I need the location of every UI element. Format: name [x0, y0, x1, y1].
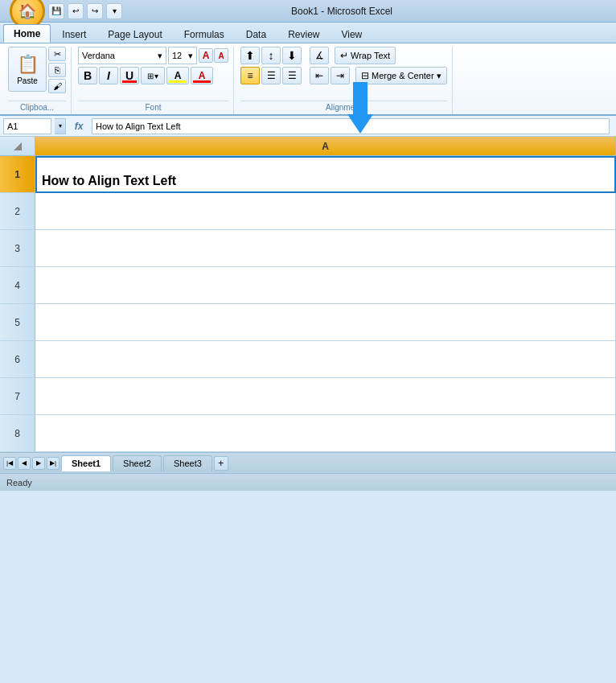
font-group: Verdana ▾ 12 ▾ A A B I U — [73, 47, 234, 114]
tab-review[interactable]: Review — [277, 25, 330, 43]
table-row: 3 — [0, 230, 616, 267]
tab-page-layout[interactable]: Page Layout — [97, 25, 172, 43]
bold-button[interactable]: B — [78, 67, 97, 84]
font-color-button[interactable]: A — [191, 67, 213, 84]
ribbon-tabs: Home Insert Page Layout Formulas Data Re… — [0, 23, 616, 43]
cell-A1[interactable]: How to Align Text Left — [35, 156, 616, 193]
sheet-nav-prev[interactable]: ◀ — [18, 457, 31, 470]
font-size-value: 12 — [172, 51, 182, 60]
italic-button[interactable]: I — [99, 67, 118, 84]
angle-text-button[interactable]: ∡ — [310, 47, 329, 64]
tab-formulas[interactable]: Formulas — [174, 25, 235, 43]
alignment-group: ⬆ ↕ ⬇ ∡ ↵ Wrap Text ≡ ☰ ☰ ⇤ ⇥ — [236, 47, 453, 114]
alignment-row1: ⬆ ↕ ⬇ ∡ ↵ Wrap Text — [240, 47, 396, 64]
row-header-4[interactable]: 4 — [0, 267, 35, 304]
sheet-nav-last[interactable]: ▶| — [47, 457, 60, 470]
underline-color-bar — [122, 80, 137, 83]
align-right-button[interactable]: ☰ — [282, 67, 302, 84]
paste-label: Paste — [17, 76, 38, 85]
format-painter-button[interactable]: 🖌 — [48, 79, 66, 93]
clipboard-group-label: Clipboa... — [8, 101, 66, 114]
align-bottom-button[interactable]: ⬇ — [282, 47, 302, 64]
borders-icon: ⊞ — [147, 72, 154, 80]
cell-A5[interactable] — [35, 304, 616, 341]
undo-button[interactable]: ↩ — [68, 3, 84, 19]
font-group-label: Font — [78, 101, 228, 114]
table-row: 2 — [0, 193, 616, 230]
status-bar: Ready — [0, 473, 616, 491]
corner-cell[interactable] — [0, 137, 35, 156]
table-row: 1 How to Align Text Left — [0, 156, 616, 193]
cell-reference-dropdown[interactable]: ▾ — [55, 118, 66, 134]
sheet-tab-3[interactable]: Sheet3 — [163, 455, 212, 471]
align-top-button[interactable]: ⬆ — [240, 47, 260, 64]
align-center-button[interactable]: ☰ — [261, 67, 281, 84]
font-name-selector[interactable]: Verdana ▾ — [78, 47, 166, 64]
formula-input[interactable]: How to Align Text Left — [92, 118, 610, 134]
row-header-1[interactable]: 1 — [0, 156, 35, 193]
quick-access-toolbar: 💾 ↩ ↪ ▾ — [48, 3, 122, 19]
row-header-2[interactable]: 2 — [0, 193, 35, 230]
cell-A7[interactable] — [35, 378, 616, 415]
borders-button[interactable]: ⊞▾ — [141, 67, 165, 84]
cell-A3[interactable] — [35, 230, 616, 267]
merge-icon: ⊟ — [361, 70, 369, 81]
paste-button[interactable]: 📋 Paste — [8, 47, 47, 92]
tab-data[interactable]: Data — [236, 25, 277, 43]
sheet-tab-1[interactable]: Sheet1 — [61, 455, 111, 471]
row-header-6[interactable]: 6 — [0, 341, 35, 378]
cell-A8[interactable] — [35, 415, 616, 452]
clipboard-small-buttons: ✂ ⎘ 🖌 — [48, 47, 66, 93]
col-header-A[interactable]: A — [35, 137, 616, 156]
font-row1: Verdana ▾ 12 ▾ A A — [78, 47, 228, 64]
font-size-dropdown-icon: ▾ — [188, 51, 193, 61]
font-name-dropdown-icon: ▾ — [158, 51, 162, 61]
sheet-nav-first[interactable]: |◀ — [3, 457, 16, 470]
font-size-decrease-button[interactable]: A — [214, 48, 228, 63]
wrap-text-icon: ↵ — [340, 50, 348, 61]
row-header-3[interactable]: 3 — [0, 230, 35, 267]
cell-A2[interactable] — [35, 193, 616, 230]
redo-button[interactable]: ↪ — [87, 3, 103, 19]
row-header-5[interactable]: 5 — [0, 304, 35, 341]
title-bar: 🏠 💾 ↩ ↪ ▾ Book1 - Microsoft Excel — [0, 0, 616, 23]
fill-color-button[interactable]: A — [166, 67, 189, 84]
row-header-7[interactable]: 7 — [0, 378, 35, 415]
font-color-bar — [193, 80, 211, 83]
copy-button[interactable]: ⎘ — [48, 63, 66, 77]
more-button[interactable]: ▾ — [106, 3, 122, 19]
tab-home[interactable]: Home — [3, 24, 51, 43]
cell-A4[interactable] — [35, 267, 616, 304]
spreadsheet: A 1 How to Align Text Left 2 3 4 5 6 — [0, 137, 616, 452]
cell-reference-box[interactable]: A1 — [3, 118, 51, 134]
tab-insert[interactable]: Insert — [51, 25, 97, 43]
fill-color-bar — [169, 80, 187, 83]
sheet-nav-next[interactable]: ▶ — [32, 457, 45, 470]
alignment-group-label: Alignment — [240, 101, 447, 114]
font-size-selector[interactable]: 12 ▾ — [168, 47, 197, 64]
save-button[interactable]: 💾 — [48, 3, 64, 19]
align-left-button[interactable]: ≡ — [240, 67, 260, 84]
decrease-indent-button[interactable]: ⇤ — [310, 67, 329, 84]
formula-function-icon[interactable]: fx — [69, 121, 88, 132]
font-size-controls: A A — [199, 48, 228, 63]
table-row: 6 — [0, 341, 616, 378]
wrap-text-button[interactable]: ↵ Wrap Text — [335, 47, 396, 64]
table-row: 7 — [0, 378, 616, 415]
merge-center-button[interactable]: ⊟ Merge & Center ▾ — [355, 67, 447, 84]
cell-A6[interactable] — [35, 341, 616, 378]
tab-view[interactable]: View — [331, 25, 372, 43]
underline-button[interactable]: U — [120, 67, 139, 84]
increase-indent-button[interactable]: ⇥ — [331, 67, 350, 84]
svg-marker-0 — [14, 142, 22, 150]
row-header-8[interactable]: 8 — [0, 415, 35, 452]
align-middle-button[interactable]: ↕ — [261, 47, 281, 64]
font-size-increase-button[interactable]: A — [199, 48, 213, 63]
sheet-tab-2[interactable]: Sheet2 — [113, 455, 162, 471]
clipboard-group: 📋 Paste ✂ ⎘ 🖌 Clipboa... — [3, 47, 72, 114]
cut-button[interactable]: ✂ — [48, 47, 66, 61]
table-row: 5 — [0, 304, 616, 341]
table-row: 8 — [0, 415, 616, 452]
new-sheet-button[interactable]: + — [214, 456, 228, 471]
merge-center-label: Merge & Center — [372, 71, 434, 80]
